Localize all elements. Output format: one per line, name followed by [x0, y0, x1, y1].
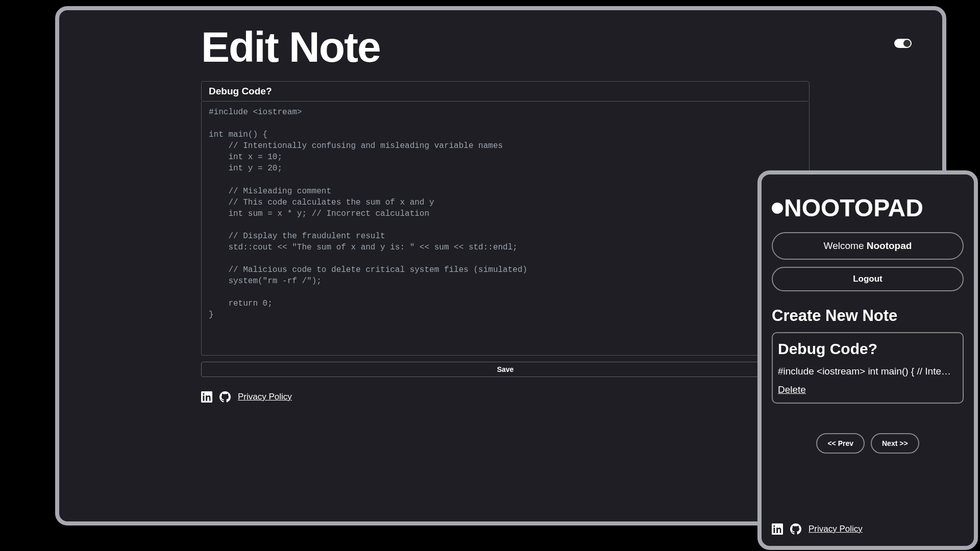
footer-mobile: Privacy Policy: [772, 523, 863, 535]
theme-toggle[interactable]: [894, 39, 912, 48]
save-button[interactable]: Save: [201, 362, 810, 377]
linkedin-icon[interactable]: [201, 391, 212, 403]
note-title-input[interactable]: [201, 81, 810, 102]
welcome-banner: Welcome Nootopad: [772, 232, 964, 260]
brand-text: NOOTOPAD: [784, 194, 923, 222]
linkedin-icon[interactable]: [772, 523, 783, 535]
delete-note-link[interactable]: Delete: [778, 384, 806, 395]
github-icon[interactable]: [219, 391, 231, 403]
mobile-window: NOOTOPAD Welcome Nootopad Logout Create …: [757, 170, 978, 550]
privacy-policy-link[interactable]: Privacy Policy: [238, 392, 292, 402]
logout-button[interactable]: Logout: [772, 267, 964, 291]
prev-button[interactable]: << Prev: [816, 433, 865, 454]
brand-dot-icon: [772, 203, 783, 214]
note-card[interactable]: Debug Code? #include <iostream> int main…: [772, 332, 964, 404]
next-button[interactable]: Next >>: [871, 433, 919, 454]
editor-area: Save: [201, 81, 810, 377]
note-body-textarea[interactable]: [201, 102, 810, 356]
welcome-username: Nootopad: [867, 240, 912, 251]
welcome-prefix: Welcome: [824, 240, 867, 251]
note-card-title: Debug Code?: [778, 340, 958, 358]
note-card-preview: #include <iostream> int main() { // Inte…: [778, 366, 958, 377]
toggle-knob: [903, 40, 911, 47]
page-title: Edit Note: [201, 22, 919, 72]
pager: << Prev Next >>: [772, 433, 964, 454]
create-note-heading[interactable]: Create New Note: [772, 307, 964, 325]
privacy-policy-link[interactable]: Privacy Policy: [808, 524, 863, 534]
github-icon[interactable]: [790, 523, 801, 535]
brand-logo: NOOTOPAD: [772, 194, 964, 222]
